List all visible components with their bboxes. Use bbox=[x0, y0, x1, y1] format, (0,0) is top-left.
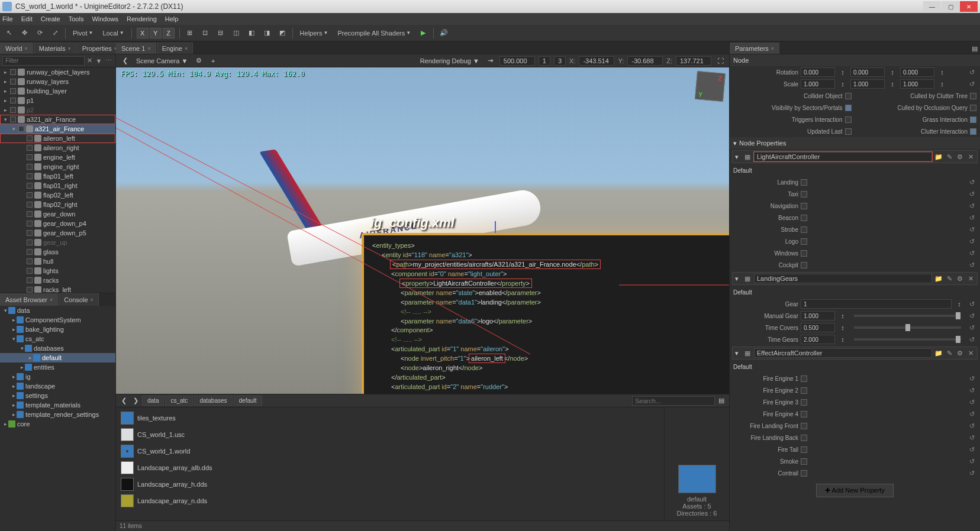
tree-item[interactable]: flap01_right bbox=[0, 181, 115, 190]
rotate-icon[interactable]: ⟳ bbox=[34, 28, 45, 38]
menu-tools[interactable]: Tools bbox=[69, 15, 84, 22]
reset-icon[interactable]: ↺ bbox=[967, 80, 976, 88]
vp-x[interactable]: -343.514 bbox=[579, 56, 614, 66]
view-cube[interactable]: YZ bbox=[695, 71, 726, 102]
vp-speed[interactable]: 500.000 bbox=[499, 56, 535, 66]
menu-create[interactable]: Create bbox=[41, 15, 60, 22]
tree-item[interactable]: aileron_left bbox=[0, 134, 115, 143]
asset-item[interactable]: Landscape_array_h.dds bbox=[118, 476, 662, 493]
asset-item[interactable]: ●CS_world_1.world bbox=[118, 443, 662, 459]
axis-z[interactable]: Z bbox=[163, 28, 175, 38]
asset-folder-tree[interactable]: ▾data▸ComponentSystem▸bake_lighting▾cs_a… bbox=[0, 306, 115, 531]
tree-item[interactable]: gear_down bbox=[0, 209, 115, 219]
tree-item[interactable]: ▸p1 bbox=[0, 96, 115, 105]
tree-item[interactable]: aileron_right bbox=[0, 143, 115, 153]
play-icon[interactable]: ▶ bbox=[418, 28, 428, 38]
snap-icon[interactable]: ⊞ bbox=[185, 28, 195, 38]
crumb-databases[interactable]: databases bbox=[194, 396, 232, 406]
menu-rendering[interactable]: Rendering bbox=[127, 15, 157, 22]
vp-cam-d[interactable]: 3 bbox=[554, 56, 566, 66]
tree-item[interactable]: gear_up bbox=[0, 238, 115, 247]
menu-file[interactable]: File bbox=[2, 15, 13, 22]
clear-icon[interactable]: ✕ bbox=[85, 56, 94, 66]
tab-materials[interactable]: Materials× bbox=[34, 43, 76, 54]
snap3-icon[interactable]: ⊟ bbox=[215, 28, 226, 38]
asset-item[interactable]: tiles_textures bbox=[118, 410, 662, 426]
folder-item[interactable]: ▸core bbox=[0, 419, 115, 429]
tree-item[interactable]: hull bbox=[0, 257, 115, 266]
asset-view-icon[interactable]: ▤ bbox=[716, 396, 727, 406]
crumb-data[interactable]: data bbox=[142, 396, 164, 406]
snap5-icon[interactable]: ◧ bbox=[246, 28, 257, 38]
reset-icon[interactable]: ↺ bbox=[967, 69, 976, 76]
menu-edit[interactable]: Edit bbox=[21, 15, 33, 22]
folder-item[interactable]: ▸landscape bbox=[0, 381, 115, 391]
maximize-button[interactable]: ▢ bbox=[942, 1, 959, 12]
tab-parameters[interactable]: Parameters× bbox=[730, 43, 779, 54]
snap7-icon[interactable]: ◩ bbox=[277, 28, 288, 38]
vp-cam-n[interactable]: 1 bbox=[539, 56, 550, 66]
snap2-icon[interactable]: ⊡ bbox=[200, 28, 211, 38]
menu-windows[interactable]: Windows bbox=[92, 15, 118, 22]
helpers-dropdown[interactable]: Helpers▼ bbox=[298, 30, 331, 37]
tab-console[interactable]: Console× bbox=[59, 293, 99, 306]
folder-item[interactable]: ▸default bbox=[0, 353, 115, 362]
vp-gear-icon[interactable]: ⚙ bbox=[194, 56, 204, 66]
snap4-icon[interactable]: ◫ bbox=[231, 28, 241, 38]
tab-engine[interactable]: Engine× bbox=[157, 43, 194, 54]
asset-item[interactable]: Landscape_array_n.dds bbox=[118, 493, 662, 509]
folder-item[interactable]: ▸ComponentSystem bbox=[0, 315, 115, 325]
crumb-default[interactable]: default bbox=[234, 396, 262, 406]
vp-back-icon[interactable]: ❮ bbox=[120, 56, 130, 66]
tree-item[interactable]: racks bbox=[0, 276, 115, 285]
snap6-icon[interactable]: ◨ bbox=[262, 28, 272, 38]
folder-item[interactable]: ▾data bbox=[0, 306, 115, 315]
menu-help[interactable]: Help bbox=[165, 15, 179, 22]
tab-asset-browser[interactable]: Asset Browser× bbox=[0, 293, 58, 306]
cursor-icon[interactable]: ↖ bbox=[4, 28, 14, 38]
panel-menu-icon[interactable]: ▤ bbox=[969, 43, 980, 54]
asset-back-icon[interactable]: ❮ bbox=[118, 396, 129, 406]
tree-item[interactable]: engine_left bbox=[0, 153, 115, 162]
tree-item[interactable]: flap02_left bbox=[0, 190, 115, 200]
tree-item[interactable]: racks_left bbox=[0, 285, 115, 293]
asset-item[interactable]: Landscape_array_alb.dds bbox=[118, 459, 662, 476]
local-dropdown[interactable]: Local▼ bbox=[100, 30, 126, 37]
tab-scene1[interactable]: Scene 1× bbox=[116, 43, 156, 54]
asset-search[interactable] bbox=[632, 396, 715, 406]
folder-item[interactable]: ▾databases bbox=[0, 344, 115, 353]
section-node[interactable]: Node bbox=[730, 54, 980, 66]
axis-x[interactable]: X bbox=[137, 28, 149, 38]
vp-plus-icon[interactable]: + bbox=[208, 56, 218, 66]
tab-world[interactable]: World× bbox=[0, 43, 33, 54]
section-node-properties[interactable]: ▾ Node Properties bbox=[730, 137, 980, 149]
folder-item[interactable]: ▸entities bbox=[0, 362, 115, 372]
filter-icon[interactable]: ▼ bbox=[94, 56, 104, 66]
tree-item[interactable]: glass bbox=[0, 247, 115, 257]
vp-fullscreen-icon[interactable]: ⛶ bbox=[715, 56, 726, 66]
folder-item[interactable]: ▸settings bbox=[0, 391, 115, 400]
tree-item[interactable]: lights bbox=[0, 266, 115, 276]
pivot-dropdown[interactable]: Pivot▼ bbox=[70, 30, 95, 37]
gear-icon[interactable]: ⚙ bbox=[956, 153, 964, 161]
tree-item[interactable]: ▸runway_layers bbox=[0, 77, 115, 86]
asset-item[interactable]: CS_world_1.usc bbox=[118, 426, 662, 443]
folder-item[interactable]: ▸template_render_settings bbox=[0, 410, 115, 419]
tree-item[interactable]: gear_down_p4 bbox=[0, 219, 115, 228]
remove-icon[interactable]: ✕ bbox=[966, 153, 975, 161]
vp-z[interactable]: 137.721 bbox=[676, 56, 711, 66]
tree-item[interactable]: ▸p2 bbox=[0, 105, 115, 115]
sound-icon[interactable]: 🔊 bbox=[439, 28, 449, 38]
viewport-3d[interactable]: FPS: 129.5 Min: 104.9 Avg: 129.4 Max: 16… bbox=[116, 67, 729, 394]
folder-item[interactable]: ▾cs_atc bbox=[0, 334, 115, 344]
minimize-button[interactable]: — bbox=[923, 1, 941, 12]
edit-icon[interactable]: ✎ bbox=[945, 153, 953, 161]
axis-y[interactable]: Y bbox=[150, 28, 162, 38]
more-icon[interactable]: ⋯ bbox=[104, 56, 113, 66]
axis-lock[interactable]: X Y Z bbox=[137, 28, 175, 38]
hierarchy-filter[interactable] bbox=[2, 56, 85, 66]
tree-item[interactable]: ▸building_layer bbox=[0, 86, 115, 96]
tree-item[interactable]: ▸runway_object_layers bbox=[0, 67, 115, 77]
move-icon[interactable]: ✥ bbox=[19, 28, 30, 38]
tree-item[interactable]: ▾a321_air_France bbox=[0, 115, 115, 124]
